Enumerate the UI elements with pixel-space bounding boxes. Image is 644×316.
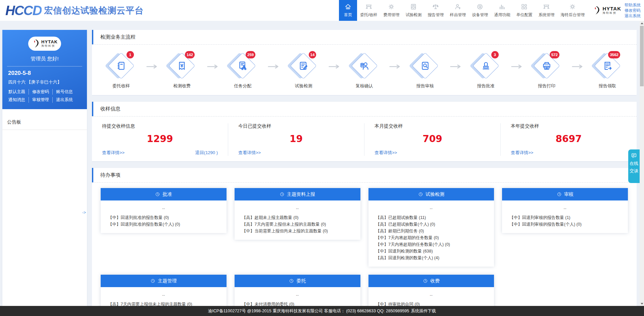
todo-card-header[interactable]: 收费: [368, 275, 494, 287]
todo-card-header[interactable]: 批准: [101, 188, 227, 200]
flow-step-2[interactable]: 259任务分配: [230, 53, 256, 89]
flow-row: 1委托收样→142检测收费→259任务分配→14试验检测→复核确认→报告审核→3…: [92, 45, 637, 95]
nav-item-common-functions[interactable]: 通用功能: [491, 0, 513, 21]
sampling-stat-2: 本月提交收样709查看详情>>: [364, 123, 501, 156]
flow-step-1[interactable]: 142检测收费: [169, 53, 195, 89]
nav-item-label: 首页: [344, 12, 352, 18]
nav-item-hytak-backend[interactable]: 海特后台管理: [557, 0, 588, 21]
nav-item-device-management[interactable]: 设备管理: [469, 0, 491, 21]
scrollbar-thumb[interactable]: [640, 26, 644, 86]
todo-item: 【中】未付清费用的委托 (0): [242, 301, 353, 306]
app-logo[interactable]: HCCD 宏信创达试验检测云平台: [5, 4, 144, 17]
todo-section: 待办事项 批准--【中】回退到批准的报告数量 (0)【中】回退到批准的报告数量(…: [92, 168, 637, 306]
flow-arrow-icon: →: [146, 61, 157, 72]
flow-diamond: 3562: [594, 53, 621, 79]
nav-item-test-detection[interactable]: 试验检测: [402, 0, 425, 21]
flow-step-6[interactable]: 3报告批准: [473, 53, 499, 89]
hytak-logo-icon: [32, 39, 40, 48]
person-key-icon: [454, 3, 461, 10]
sampling-stat-3: 本年提交收样8697查看详情>>: [501, 123, 637, 156]
sidebar-link-r1-2[interactable]: 账号信息: [53, 89, 76, 95]
sampling-stat-1: 今日已提交收样19查看详情>>: [228, 123, 364, 156]
header-quick-link-0[interactable]: 帮助系统: [625, 2, 641, 8]
gear-icon: [569, 3, 576, 10]
todo-item: 【中】当前需要上报但尚未上报的主题数量 (0): [242, 228, 353, 234]
flow-step-label: 报告领取: [599, 83, 616, 89]
flow-step-0[interactable]: 1委托收样: [108, 53, 134, 89]
flow-step-label: 委托收样: [112, 83, 130, 89]
todo-card-5: 委托--【中】未付清费用的委托 (0)【中】7天内将超期但未付清费用的委托 (0…: [235, 275, 360, 306]
nav-item-fee-management[interactable]: 费用管理: [380, 0, 402, 21]
todo-card-6: 收费--【中】待审批的合同 (0): [368, 275, 494, 306]
flow-section: 检测业务主流程 1委托收样→142检测收费→259任务分配→14试验检测→复核确…: [92, 30, 637, 95]
sidebar-link-r2-2[interactable]: 退出系统: [53, 97, 76, 103]
scales-icon: [432, 3, 439, 10]
flow-step-7[interactable]: 572报告打印: [534, 53, 560, 89]
flow-arrow-icon: →: [328, 61, 340, 72]
flow-step-label: 任务分配: [234, 83, 251, 89]
header-quick-link-1[interactable]: 修改密码: [625, 8, 641, 13]
view-details-link[interactable]: 查看详情>>: [238, 150, 261, 156]
gear-icon: [388, 3, 395, 10]
view-details-link[interactable]: 查看详情>>: [511, 150, 533, 156]
todo-item: 【中】回退到批准的报告数量(个人) (0): [108, 221, 219, 228]
bulletin-board-title: 公告板: [2, 119, 87, 130]
sidebar-link-r2-0[interactable]: 通知消息: [5, 97, 29, 103]
flow-step-4[interactable]: 复核确认: [351, 53, 378, 89]
person-check-icon: [359, 60, 370, 71]
nav-item-unit-config[interactable]: 单位配置: [513, 0, 535, 21]
view-details-link[interactable]: 查看详情>>: [102, 150, 125, 156]
stats-row: 待提交收样信息1299查看详情>>退回(1290 )今日已提交收样19查看详情>…: [92, 117, 637, 161]
chat-label-line2: 交谈: [630, 168, 638, 174]
nav-item-label: 样品管理: [450, 12, 466, 18]
edit-doc-icon: [298, 60, 309, 71]
scrollbar-up-arrow[interactable]: [640, 21, 644, 26]
flow-diamond: 572: [534, 53, 560, 79]
header-quick-link-2[interactable]: 退出系统: [625, 13, 641, 18]
sidebar-link-r1-1[interactable]: 修改密码: [29, 89, 53, 95]
home-icon: [344, 3, 352, 10]
flow-arrow-icon: →: [571, 61, 583, 72]
user-greeting: 管理员 您好!: [2, 56, 87, 62]
online-chat-button[interactable]: 在线 交谈: [628, 149, 640, 183]
clock-icon: [280, 192, 285, 197]
flow-arrow-icon: →: [267, 61, 279, 72]
clock-icon: [289, 278, 294, 283]
flow-step-3[interactable]: 14试验检测: [290, 53, 316, 89]
flow-step-label: 报告批准: [477, 83, 495, 89]
todo-card-header[interactable]: 主题资料上报: [235, 188, 360, 200]
stamp-icon: [481, 60, 491, 71]
footer: 渝ICP备11002727号 @1998-2015 重庆海特科技发展有限公司 客…: [0, 306, 644, 316]
todo-card-header[interactable]: 审核: [502, 188, 628, 200]
nav-item-home[interactable]: 首页: [339, 0, 357, 21]
return-link[interactable]: 退回(1290 ): [195, 150, 218, 156]
sidebar-link-r1-0[interactable]: 默认主题: [5, 89, 29, 95]
nav-item-sample-management[interactable]: 样品管理: [447, 0, 469, 21]
todo-card-title: 批准: [162, 191, 172, 197]
divider: [7, 66, 82, 66]
nav-item-label: 费用管理: [383, 12, 399, 18]
view-details-link[interactable]: 查看详情>>: [375, 150, 397, 156]
stat-label: 本年提交收样: [511, 123, 627, 129]
todo-card-title: 审核: [564, 191, 574, 197]
flow-step-8[interactable]: 3562报告领取: [594, 53, 621, 89]
nav-item-system-management[interactable]: 系统管理: [535, 0, 557, 21]
todo-card-header[interactable]: 主题管理: [101, 275, 227, 287]
sidebar-collapse-arrow[interactable]: ->: [82, 210, 86, 215]
todo-item: 【高】超期未上报主题数量 (0): [242, 214, 353, 221]
sidebar: HYTAK 海特科技 管理员 您好! 2020-5-8 四月十六 【庚子辛巳十六…: [2, 30, 87, 306]
todo-card-0: 批准--【中】回退到批准的报告数量 (0)【中】回退到批准的报告数量(个人) (…: [101, 188, 227, 233]
assign-icon: [237, 60, 248, 71]
sidebar-link-r2-1[interactable]: 审核管理: [29, 97, 53, 103]
todo-card-header[interactable]: 试验检测: [368, 188, 494, 200]
plugin-download-link[interactable]: 系统插件下载: [411, 308, 436, 314]
nav-item-label: 报告管理: [428, 12, 444, 18]
todo-card-header[interactable]: 委托: [235, 275, 360, 287]
page-scrollbar[interactable]: [640, 21, 644, 306]
nav-item-report-management[interactable]: 报告管理: [425, 0, 447, 21]
flow-step-5[interactable]: 报告审核: [412, 53, 438, 89]
nav-item-entrust-sampling[interactable]: 委托/收样: [357, 0, 380, 21]
sidebar-links-row2: 通知消息审核管理退出系统: [2, 97, 87, 103]
scrollbar-down-arrow[interactable]: [640, 301, 644, 306]
flow-diamond: 14: [290, 53, 316, 79]
